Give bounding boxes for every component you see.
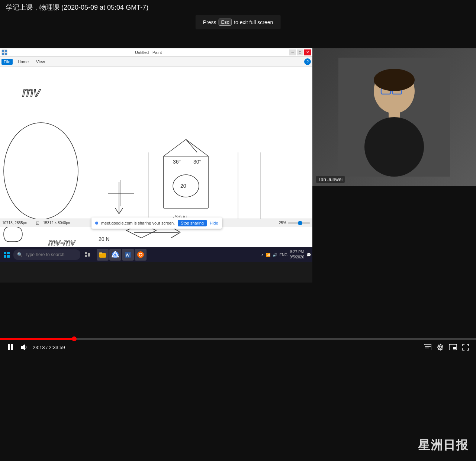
taskbar-network-icon[interactable]: 📶 bbox=[266, 253, 270, 257]
top-black-bar: 学记上课，物理课 (2020-05-09 at 05:04 GMT-7) Pre… bbox=[0, 0, 476, 48]
video-controls: 23:13 / 2:33:59 bbox=[0, 340, 476, 355]
taskbar-language[interactable]: ENG bbox=[279, 253, 287, 257]
video-title: 学记上课，物理课 (2020-05-09 at 05:04 GMT-7) bbox=[0, 0, 476, 15]
svg-rect-37 bbox=[7, 255, 10, 258]
svg-point-58 bbox=[364, 117, 424, 177]
webcam-panel: Tan Junwei bbox=[312, 48, 476, 186]
paint-maximize-button[interactable]: □ bbox=[297, 49, 303, 55]
taskbar-explorer-icon[interactable] bbox=[97, 249, 109, 261]
zoom-track[interactable] bbox=[288, 222, 310, 224]
taskbar-date-value: 9/5/2020 bbox=[290, 255, 304, 260]
paint-help-icon[interactable]: ? bbox=[304, 58, 311, 65]
taskbar-time-value: 8:27 PM bbox=[290, 249, 304, 255]
svg-rect-60 bbox=[11, 344, 13, 350]
svg-point-50 bbox=[139, 254, 142, 256]
paint-ribbon: File Home View ? bbox=[0, 57, 312, 67]
time-display: 23:13 / 2:33:59 bbox=[33, 345, 65, 350]
svg-rect-2 bbox=[2, 53, 4, 55]
taskbar-tray-chevron[interactable]: ∧ bbox=[261, 253, 264, 257]
paint-titlebar: Untitled - Paint ─ □ ✕ bbox=[0, 48, 312, 57]
windows-taskbar: 🔍 Type here to search bbox=[0, 247, 312, 262]
svg-rect-35 bbox=[7, 252, 10, 254]
taskbar-taskview-button[interactable] bbox=[82, 249, 94, 261]
paint-tb-controls: ─ □ ✕ bbox=[289, 49, 311, 55]
meet-dot bbox=[95, 222, 98, 225]
paint-tb-quick-access[interactable] bbox=[1, 49, 7, 55]
controls-right bbox=[423, 343, 470, 352]
settings-button[interactable] bbox=[436, 343, 445, 352]
paint-minimize-button[interactable]: ─ bbox=[289, 49, 296, 55]
esc-key[interactable]: Esc bbox=[219, 19, 232, 26]
svg-rect-42 bbox=[99, 252, 102, 254]
svg-rect-38 bbox=[85, 252, 87, 254]
svg-text:W: W bbox=[126, 253, 130, 257]
paint-tab-home[interactable]: Home bbox=[16, 59, 31, 65]
svg-rect-3 bbox=[5, 53, 7, 55]
taskbar-search-text: Type here to search bbox=[25, 252, 64, 257]
paint-zoom: 25% bbox=[279, 221, 310, 225]
svg-text:mv-mv: mv-mv bbox=[48, 237, 76, 247]
paint-tab-view[interactable]: View bbox=[34, 59, 47, 65]
paint-window: Untitled - Paint ─ □ ✕ File Home View ? … bbox=[0, 48, 312, 255]
webcam-video bbox=[312, 48, 476, 186]
taskbar-volume-icon[interactable]: 🔊 bbox=[273, 253, 277, 257]
taskbar-chrome-icon[interactable] bbox=[109, 249, 121, 261]
taskbar-app4-icon[interactable] bbox=[135, 249, 147, 261]
svg-rect-59 bbox=[8, 344, 10, 350]
paint-tab-file[interactable]: File bbox=[1, 59, 13, 65]
svg-line-30 bbox=[171, 232, 180, 238]
taskbar-word-icon[interactable]: W bbox=[122, 249, 134, 261]
svg-rect-62 bbox=[424, 344, 431, 350]
taskbar-notifications-icon[interactable]: 💬 bbox=[306, 253, 311, 257]
bottom-black-bar: 23:13 / 2:33:59 bbox=[0, 338, 476, 461]
paint-canvas-size: 15312 × 8040px bbox=[43, 221, 80, 225]
svg-marker-61 bbox=[21, 344, 25, 350]
svg-rect-1 bbox=[5, 50, 7, 52]
svg-point-56 bbox=[374, 69, 415, 91]
title-text: 学记上课，物理课 (2020-05-09 at 05:04 GMT-7) bbox=[6, 4, 148, 11]
svg-line-15 bbox=[164, 139, 186, 156]
svg-text:20 N: 20 N bbox=[99, 236, 110, 242]
zoom-thumb[interactable] bbox=[298, 221, 302, 225]
paint-close-button[interactable]: ✕ bbox=[304, 49, 311, 55]
paint-coords: 10713, 2855px bbox=[2, 221, 32, 225]
paint-statusbar: 10713, 2855px ⊡ 15312 × 8040px meet.goog… bbox=[0, 219, 312, 227]
svg-point-45 bbox=[114, 254, 116, 256]
svg-text:36°: 36° bbox=[173, 159, 181, 165]
svg-rect-36 bbox=[4, 255, 6, 258]
fullscreen-notice: Press Esc to exit full screen bbox=[196, 15, 281, 29]
taskbar-search-icon: 🔍 bbox=[17, 252, 23, 257]
subtitles-button[interactable] bbox=[423, 344, 432, 351]
svg-rect-39 bbox=[85, 255, 87, 257]
fullscreen-button[interactable] bbox=[461, 343, 470, 352]
paint-title-text: Untitled - Paint bbox=[10, 50, 287, 55]
volume-button[interactable] bbox=[19, 343, 28, 352]
notice-prefix: Press bbox=[203, 19, 216, 25]
screen-share-area: Untitled - Paint ─ □ ✕ File Home View ? … bbox=[0, 48, 312, 283]
taskbar-app-icons: W bbox=[97, 249, 147, 261]
notice-suffix: to exit full screen bbox=[234, 19, 273, 25]
watermark: 星洲日报 bbox=[418, 437, 469, 454]
svg-text:20: 20 bbox=[180, 183, 186, 189]
meet-hide-button[interactable]: Hide bbox=[210, 221, 218, 225]
meet-notification: meet.google.com is sharing your screen. … bbox=[91, 217, 222, 229]
taskbar-clock[interactable]: 8:27 PM 9/5/2020 bbox=[290, 249, 304, 260]
person-svg bbox=[338, 58, 450, 177]
svg-point-5 bbox=[4, 123, 78, 219]
svg-text:mv: mv bbox=[22, 84, 41, 100]
taskbar-right: ∧ 📶 🔊 ENG 8:27 PM 9/5/2020 💬 bbox=[261, 249, 311, 260]
svg-line-16 bbox=[186, 139, 208, 156]
paint-selection-icon: ⊡ bbox=[36, 220, 39, 226]
pause-button[interactable] bbox=[6, 343, 15, 352]
meet-stop-sharing-button[interactable]: Stop sharing bbox=[178, 220, 207, 226]
svg-point-65 bbox=[439, 346, 441, 348]
miniplayer-button[interactable] bbox=[448, 344, 457, 351]
paint-tb-icons bbox=[1, 49, 7, 55]
taskbar-search[interactable]: 🔍 Type here to search bbox=[13, 249, 80, 260]
svg-text:30°: 30° bbox=[193, 159, 201, 165]
paint-zoom-value: 25% bbox=[279, 221, 286, 225]
svg-line-17 bbox=[186, 139, 197, 152]
svg-rect-67 bbox=[453, 347, 456, 349]
svg-rect-40 bbox=[88, 253, 90, 257]
windows-start-button[interactable] bbox=[1, 249, 12, 260]
